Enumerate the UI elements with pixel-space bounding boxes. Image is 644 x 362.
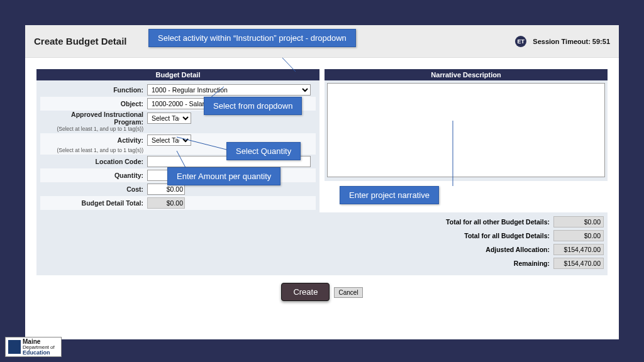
function-label: Function: — [40, 86, 147, 94]
budget-detail-column: Budget Detail Function: 1000 - Regular I… — [36, 69, 319, 212]
cost-label: Cost: — [40, 185, 147, 193]
callout-quantity: Select Quantity — [226, 142, 301, 160]
quantity-label: Quantity: — [40, 172, 147, 179]
maine-doe-logo: Maine Department of Education — [5, 337, 62, 357]
adjusted-allocation-value: $154,470.00 — [553, 244, 604, 255]
create-button[interactable]: Create — [281, 283, 330, 301]
aip-select[interactable]: Select Tag — [147, 112, 191, 124]
aip-label: Approved Instructional Program: — [40, 111, 147, 126]
total-all-value: $0.00 — [553, 230, 604, 241]
activity-select[interactable]: Select Tag — [147, 134, 191, 146]
activity-hint: (Select at least 1, and up to 1 tag(s)) — [40, 147, 147, 153]
cancel-button[interactable]: Cancel — [334, 287, 362, 298]
app-sheet: Create Budget Detail ET Session Timeout:… — [25, 25, 619, 339]
remaining-value: $154,470.00 — [553, 258, 604, 269]
aip-hint: (Select at least 1, and up to 1 tag(s)) — [40, 126, 147, 132]
session-timeout: Session Timeout: 59:51 — [533, 38, 610, 45]
function-select[interactable]: 1000 - Regular Instruction — [147, 84, 311, 96]
object-label: Object: — [40, 100, 147, 107]
user-badge[interactable]: ET — [515, 36, 526, 47]
total-all-label: Total for all Budget Details: — [464, 232, 550, 239]
bdt-value: $0.00 — [147, 197, 185, 209]
callout-dropdown: Select from dropdown — [204, 97, 302, 115]
totals-section: Total for all other Budget Details: $0.0… — [36, 212, 608, 275]
logo-flag-icon — [8, 340, 21, 354]
remaining-label: Remaining: — [514, 260, 550, 267]
adjusted-allocation-label: Adjusted Allocation: — [486, 246, 550, 253]
button-row: Create Cancel — [36, 275, 608, 309]
callout-activity: Select activity within “Instruction” pro… — [148, 29, 356, 47]
callout-narrative: Enter project narrative — [340, 186, 439, 204]
content-area: Budget Detail Function: 1000 - Regular I… — [25, 58, 619, 309]
budget-detail-header: Budget Detail — [36, 69, 319, 80]
location-label: Location Code: — [40, 158, 147, 165]
callout-amount: Enter Amount per quantity — [167, 167, 280, 185]
total-other-value: $0.00 — [553, 216, 604, 228]
narrative-header: Narrative Description — [325, 69, 608, 80]
page-title: Create Budget Detail — [34, 36, 127, 47]
activity-label: Activity: — [40, 136, 147, 144]
narrative-textarea[interactable] — [327, 83, 605, 177]
total-other-label: Total for all other Budget Details: — [446, 218, 550, 226]
bdt-label: Budget Detail Total: — [40, 199, 147, 207]
